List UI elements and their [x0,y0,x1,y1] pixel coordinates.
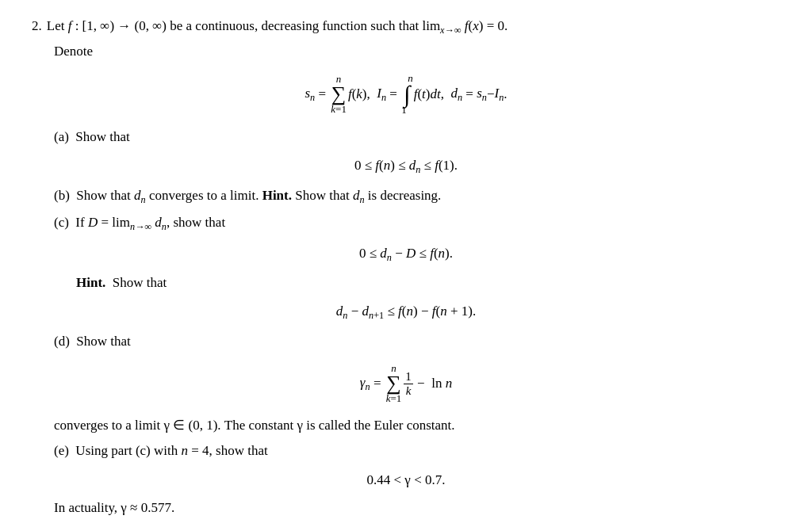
sum-bottom-k1: k=1 [331,104,347,115]
part-c-hint-label: Hint. Show that [76,273,780,293]
sum-bottom-k12: k=1 [386,393,402,404]
summation-gamma: n ∑ k=1 [386,363,402,404]
sn-definition: sn = n ∑ k=1 f(k), In = n ∫ 1 f(t) dt, d… [32,73,780,116]
problem-container: 2. Let f : [1, ∞) → (0, ∞) be a continuo… [32,16,780,518]
part-d-text: (d) Show that [54,334,131,349]
part-e-formula: 0.44 < γ < 0.7. [32,470,780,491]
sum-symbol2: ∑ [386,374,401,392]
part-e-text: (e) Using part (c) with n = 4, show that [54,443,268,458]
part-e: (e) Using part (c) with n = 4, show that [54,441,780,461]
part-c-formula: 0 ≤ dn − D ≤ f(n). [32,243,780,265]
gamma-formula-line: γn = n ∑ k=1 1 k − ln n [32,363,780,404]
part-a-label: (a) Show that [54,129,130,144]
hint-bold: Hint. [76,275,105,290]
part-a-formula: 0 ≤ f(n) ≤ dn ≤ f(1). [32,155,780,178]
converges-line: converges to a limit γ ∈ (0, 1). The con… [54,415,780,436]
part-c-hint-formula: dn − dn+1 ≤ f(n) − f(n + 1). [32,301,780,323]
fraction-1-k: 1 k [404,370,413,397]
denote-text: Denote [54,44,93,59]
sum-symbol: ∑ [331,85,347,103]
int-symbol: ∫ [404,84,410,105]
int-bottom-1: 1 [401,105,407,116]
actuality-text: In actuality, γ ≈ 0.577. [54,500,174,515]
part-c-text: (c) If D = limn→∞ dn, show that [54,215,225,230]
part-c: (c) If D = limn→∞ dn, show that [54,212,780,235]
part-b: (b) Show that dn converges to a limit. H… [54,185,780,208]
summation-sn: n ∑ k=1 [331,74,347,115]
problem-intro: Let f : [1, ∞) → (0, ∞) be a continuous,… [47,16,508,38]
problem-number: 2. [32,16,42,36]
part-a: (a) Show that [54,127,780,147]
problem-header: 2. Let f : [1, ∞) → (0, ∞) be a continuo… [32,16,780,38]
frac-denominator: k [404,384,413,398]
denote-line: Denote [54,41,780,62]
formula-sn: sn = n ∑ k=1 f(k), In = n ∫ 1 f(t) dt, d… [32,73,780,116]
part-d: (d) Show that [54,331,780,352]
actuality-line: In actuality, γ ≈ 0.577. [54,498,780,518]
integral-In: n ∫ 1 [401,73,413,116]
part-b-text: (b) Show that dn converges to a limit. H… [54,188,441,203]
frac-numerator: 1 [404,370,413,384]
part-d-formula: γn = n ∑ k=1 1 k − ln n [32,363,780,404]
